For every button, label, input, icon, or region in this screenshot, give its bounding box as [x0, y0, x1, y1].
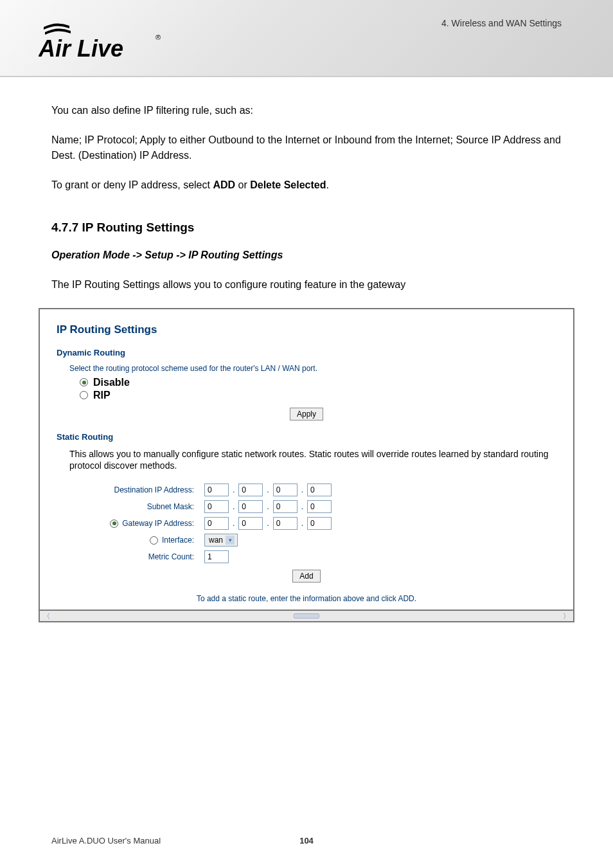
add-button[interactable]: Add	[292, 570, 320, 583]
radio-dot-icon	[150, 536, 158, 545]
section-description: The IP Routing Settings allows you to co…	[51, 277, 562, 293]
subnet-octet-2[interactable]	[238, 500, 263, 513]
apply-button[interactable]: Apply	[290, 408, 323, 420]
gateway-radio[interactable]: Gateway IP Address:	[82, 519, 204, 528]
brand-logo: Air Live ®	[39, 19, 164, 64]
dot-separator: .	[301, 519, 303, 528]
dot-separator: .	[301, 485, 303, 494]
dot-separator: .	[233, 519, 235, 528]
radio-rip-label: RIP	[93, 390, 111, 401]
subnet-mask-label: Subnet Mask:	[82, 502, 204, 511]
add-static-route-note: To add a static route, enter the informa…	[57, 594, 556, 603]
chevron-down-icon: ▾	[226, 536, 235, 545]
scroll-left-icon[interactable]: 〈	[41, 611, 52, 621]
dest-ip-octet-1[interactable]	[204, 484, 229, 496]
chapter-heading: 4. Wireless and WAN Settings	[441, 18, 562, 28]
radio-dot-icon	[80, 378, 88, 386]
static-routing-description: This allows you to manually configure st…	[69, 448, 556, 473]
section-title: 4.7.7 IP Routing Settings	[51, 219, 562, 237]
dest-ip-octet-3[interactable]	[273, 484, 298, 496]
radio-dot-icon	[110, 520, 118, 528]
gateway-octet-4[interactable]	[307, 517, 332, 530]
radio-disable-label: Disable	[93, 377, 130, 388]
dynamic-routing-help: Select the routing protocol scheme used …	[69, 364, 556, 373]
radio-dot-icon	[80, 391, 88, 399]
dot-separator: .	[267, 519, 269, 528]
ip-routing-panel: IP Routing Settings Dynamic Routing Sele…	[39, 308, 574, 611]
dot-separator: .	[233, 502, 235, 511]
dynamic-routing-heading: Dynamic Routing	[57, 348, 556, 357]
dot-separator: .	[267, 502, 269, 511]
radio-rip[interactable]: RIP	[80, 390, 556, 401]
subnet-octet-1[interactable]	[204, 500, 229, 513]
interface-select[interactable]: wan ▾	[204, 534, 238, 547]
gateway-octet-2[interactable]	[238, 517, 263, 530]
dest-ip-octet-4[interactable]	[307, 484, 332, 496]
static-routing-heading: Static Routing	[57, 432, 556, 442]
dest-ip-octet-2[interactable]	[238, 484, 263, 496]
paragraph-intro: You can also define IP filtering rule, s…	[51, 103, 562, 118]
subnet-octet-4[interactable]	[307, 500, 332, 513]
dot-separator: .	[233, 485, 235, 494]
scroll-right-icon[interactable]: 〉	[561, 611, 572, 621]
dest-ip-label: Destination IP Address:	[82, 485, 204, 494]
panel-title: IP Routing Settings	[57, 323, 556, 336]
metric-count-label: Metric Count:	[82, 552, 204, 561]
operation-mode-path: Operation Mode -> Setup -> IP Routing Se…	[51, 248, 562, 263]
dot-separator: .	[267, 485, 269, 494]
horizontal-scrollbar[interactable]: 〈 〉	[39, 611, 574, 622]
radio-disable[interactable]: Disable	[80, 377, 556, 388]
paragraph-fields: Name; IP Protocol; Apply to either Outbo…	[51, 132, 562, 163]
footer-manual-title: AirLive A.DUO User's Manual	[51, 836, 161, 845]
gateway-octet-3[interactable]	[273, 517, 298, 530]
svg-text:Air Live: Air Live	[39, 35, 123, 62]
interface-radio[interactable]: Interface:	[82, 536, 204, 545]
gateway-octet-1[interactable]	[204, 517, 229, 530]
scrollbar-handle[interactable]	[294, 613, 319, 619]
subnet-octet-3[interactable]	[273, 500, 298, 513]
footer-page-number: 104	[299, 836, 314, 845]
svg-text:®: ®	[155, 33, 161, 41]
dot-separator: .	[301, 502, 303, 511]
metric-count-input[interactable]	[204, 550, 229, 563]
paragraph-grant: To grant or deny IP address, select ADD …	[51, 177, 562, 193]
